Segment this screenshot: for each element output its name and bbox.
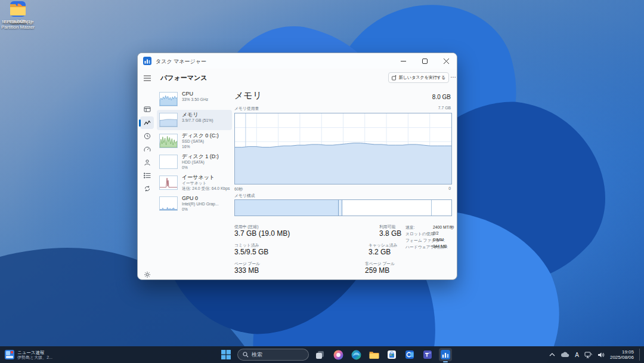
- tray-date: 2025/08/06: [610, 355, 634, 360]
- copilot-icon: [333, 350, 343, 360]
- window-titlebar[interactable]: タスク マネージャー: [138, 53, 457, 69]
- nav-startup-apps-icon[interactable]: [143, 144, 151, 153]
- edge-taskbar-icon: [351, 350, 361, 360]
- memory-composition-bar: [234, 199, 452, 216]
- windows-logo-icon: [221, 350, 231, 359]
- stat-value: 259 MB: [365, 266, 389, 275]
- sidebar-item-title: GPU 0: [182, 195, 231, 202]
- cpu-mini-chart: [159, 92, 178, 106]
- ime-mode-indicator[interactable]: A: [575, 352, 579, 358]
- teams-button[interactable]: [421, 348, 434, 361]
- usage-chart-max: 7.7 GB: [438, 106, 451, 110]
- ethernet-mini-chart: [159, 176, 178, 190]
- nav-details-icon[interactable]: [143, 171, 151, 180]
- search-input[interactable]: [252, 352, 299, 358]
- memory-usage-chart: [234, 113, 452, 184]
- outlook-button[interactable]: [403, 348, 416, 361]
- widget-headline: ニュース速報: [17, 350, 52, 355]
- stat-value: 3.2 GB: [369, 248, 391, 256]
- sidebar-item-memory[interactable]: メモリ3.9/7.7 GB (51%): [157, 110, 232, 130]
- network-icon[interactable]: [584, 352, 592, 358]
- memory-detail-panel: メモリ 8.0 GB メモリ使用量 7.7 GB 60秒 0 メモリ構成: [234, 69, 451, 279]
- chart-zero-label: 0: [448, 186, 451, 190]
- taskbar-search-box[interactable]: [237, 349, 309, 361]
- task-manager-window: タスク マネージャー パフォーマンス 新しいタスクを実行する … CPU33% …: [137, 53, 457, 280]
- detail-row: 速度:2400 MT/秒: [405, 224, 457, 231]
- start-button[interactable]: [219, 348, 233, 361]
- memory-mini-chart: [159, 113, 178, 127]
- minimize-button[interactable]: [392, 53, 414, 69]
- news-widget-icon: [5, 350, 14, 359]
- teams-icon: [423, 350, 432, 359]
- hamburger-menu-icon[interactable]: [143, 73, 151, 82]
- edge-button[interactable]: [349, 348, 363, 361]
- usage-chart-label: メモリ使用量: [234, 106, 259, 112]
- nav-services-icon[interactable]: [143, 184, 151, 193]
- speaker-icon[interactable]: [597, 352, 605, 358]
- microsoft-store-icon: [387, 350, 397, 359]
- folder-icon: [9, 0, 27, 18]
- sidebar-item-cpu[interactable]: CPU33% 3.50 GHz: [157, 89, 232, 109]
- tray-time: 19:05: [610, 349, 634, 355]
- composition-label: メモリ構成: [234, 193, 255, 199]
- tray-chevron-up-icon[interactable]: [549, 353, 555, 356]
- task-manager-taskbar-button[interactable]: [439, 348, 452, 361]
- widget-subline: 伊勢島と大阪、2...: [17, 355, 52, 360]
- page-title: パフォーマンス: [160, 73, 208, 82]
- sidebar-item-title: メモリ: [182, 112, 231, 118]
- chart-time-label: 60秒: [234, 186, 243, 192]
- detail-row: フォーム ファクター:DIMM: [405, 238, 457, 244]
- nav-users-icon[interactable]: [143, 158, 151, 167]
- nav-selected-indicator: [139, 119, 141, 127]
- window-title: タスク マネージャー: [156, 58, 206, 66]
- onedrive-icon[interactable]: [561, 352, 569, 358]
- nav-app-history-icon[interactable]: [143, 131, 151, 140]
- desktop-icon-folder[interactable]: EPB8.0Mb(1): [0, 0, 36, 24]
- detail-row: スロットの使用:2/2: [405, 231, 457, 238]
- desktop-icon-label: EPB8.0Mb(1): [0, 19, 36, 24]
- gpu-mini-chart: [159, 196, 178, 211]
- sidebar-item-disk1[interactable]: ディスク 1 (D:)HDD (SATA)0%: [157, 152, 232, 172]
- search-icon: [243, 352, 249, 358]
- sidebar-item-title: ディスク 0 (C:): [182, 133, 231, 139]
- disk1-mini-chart: [159, 155, 178, 169]
- task-view-icon: [315, 350, 325, 359]
- settings-gear-icon[interactable]: [143, 270, 151, 279]
- sidebar-item-title: ディスク 1 (D:): [182, 153, 231, 160]
- outlook-icon: [405, 350, 414, 359]
- taskbar: ニュース速報 伊勢島と大阪、2... A 19:05 2025/08/06: [0, 346, 644, 363]
- desktop: { "desktop": { "icons": [ { "label": "ごみ…: [0, 0, 644, 363]
- copilot-button[interactable]: [332, 348, 345, 361]
- memory-capacity: 8.0 GB: [432, 94, 451, 100]
- disk0-mini-chart: [159, 134, 178, 148]
- maximize-button[interactable]: [414, 53, 435, 69]
- nav-performance-icon[interactable]: [143, 118, 151, 127]
- sidebar-item-ethernet[interactable]: イーサネットイーサネット送信: 24.0 受信: 64.0 Kbps: [157, 173, 232, 193]
- stat-value: 3.5/9.5 GB: [234, 248, 268, 256]
- task-manager-app-icon: [143, 57, 151, 65]
- stat-value: 3.8 GB: [379, 229, 401, 238]
- nav-processes-icon[interactable]: [143, 104, 151, 113]
- file-explorer-icon: [369, 350, 379, 359]
- stat-value: 3.7 GB (19.0 MB): [234, 229, 290, 238]
- clock[interactable]: 19:05 2025/08/06: [610, 349, 634, 360]
- composition-inuse-segment: [235, 200, 339, 216]
- microsoft-store-button[interactable]: [385, 348, 398, 361]
- nav-rail: [138, 69, 156, 279]
- widgets-button[interactable]: ニュース速報 伊勢島と大阪、2...: [2, 347, 55, 362]
- sidebar-item-gpu[interactable]: GPU 0Intel(R) UHD Grap...0%: [157, 193, 232, 214]
- sidebar-item-disk0[interactable]: ディスク 0 (C:)SSD (SATA)16%: [157, 131, 232, 151]
- sidebar-item-title: イーサネット: [182, 174, 231, 181]
- stat-value: 333 MB: [234, 266, 259, 275]
- task-manager-taskbar-icon: [441, 350, 450, 359]
- sidebar-item-title: CPU: [182, 91, 231, 97]
- composition-standby-segment: [342, 200, 432, 216]
- task-view-button[interactable]: [314, 348, 327, 361]
- more-options-button[interactable]: …: [450, 72, 456, 79]
- file-explorer-button[interactable]: [367, 348, 380, 361]
- panel-title: メモリ: [234, 90, 262, 101]
- show-desktop-sliver[interactable]: [639, 349, 640, 361]
- detail-row: ハードウェア予約済み:344 MB: [405, 244, 457, 251]
- composition-free-segment: [432, 200, 451, 216]
- close-button[interactable]: [435, 53, 457, 69]
